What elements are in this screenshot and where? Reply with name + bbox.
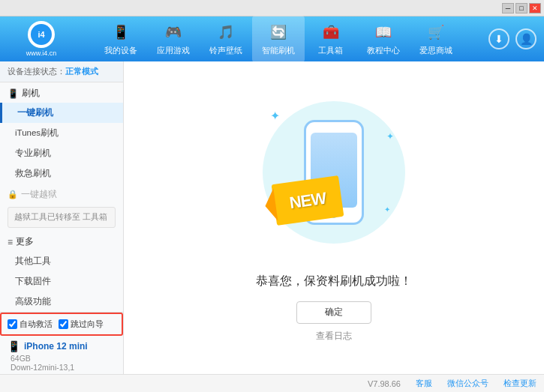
auto-rescue-label[interactable]: 自动救活 bbox=[8, 319, 53, 330]
nav-mall[interactable]: 🛒 爱思商城 bbox=[410, 16, 462, 62]
logo-area: i4 www.i4.cn bbox=[8, 21, 75, 57]
lock-icon: 🔒 bbox=[8, 190, 18, 199]
nav-apps-label: 应用游戏 bbox=[157, 45, 190, 56]
sidebar-save-flash[interactable]: 救急刷机 bbox=[0, 163, 123, 184]
title-bar: ─ □ ✕ bbox=[0, 0, 544, 16]
more-section-icon: ≡ bbox=[8, 237, 13, 247]
success-graphic: NEW ✦ ✦ ✦ bbox=[259, 94, 409, 259]
bottom-bar: V7.98.66 客服 微信公众号 检查更新 bbox=[0, 374, 544, 392]
sidebar: 设备连接状态：正常模式 📱 刷机 一键刷机 iTunes刷机 专业刷机 救急刷机… bbox=[0, 61, 124, 374]
jailbreak-info-text: 越狱工具已转移至 工具箱 bbox=[14, 212, 107, 221]
bottom-controls: V7.98.66 客服 微信公众号 检查更新 bbox=[368, 378, 536, 389]
customer-service-link[interactable]: 客服 bbox=[416, 378, 432, 389]
close-btn[interactable]: ✕ bbox=[529, 3, 541, 13]
nav-items: 📱 我的设备 🎮 应用游戏 🎵 铃声壁纸 🔄 智能刷机 🧰 工具箱 📖 教程中心… bbox=[75, 16, 481, 62]
nav-smart-flash-label: 智能刷机 bbox=[262, 45, 295, 56]
device-name: iPhone 12 mini bbox=[24, 341, 88, 352]
flash-section-label: 刷机 bbox=[22, 87, 40, 100]
device-section: 📱 iPhone 12 mini 64GB Down-12mini-13,1 bbox=[0, 336, 123, 374]
nav-toolbox[interactable]: 🧰 工具箱 bbox=[305, 16, 357, 62]
nav-my-device[interactable]: 📱 我的设备 bbox=[95, 16, 147, 62]
more-section-header: ≡ 更多 bbox=[0, 231, 123, 251]
sidebar-other-tools[interactable]: 其他工具 bbox=[0, 251, 123, 271]
confirm-button[interactable]: 确定 bbox=[296, 301, 371, 324]
nav-toolbox-label: 工具箱 bbox=[318, 45, 343, 56]
goto-log-link[interactable]: 查看日志 bbox=[316, 330, 352, 343]
nav-mall-label: 爱思商城 bbox=[419, 45, 452, 56]
sidebar-bottom: 自动救活 跳过向导 📱 iPhone 12 mini 64GB Down-12m… bbox=[0, 312, 123, 374]
sidebar-one-click-flash[interactable]: 一键刷机 bbox=[0, 103, 123, 123]
device-storage: 64GB bbox=[8, 354, 116, 363]
auto-rescue-text: 自动救活 bbox=[20, 319, 53, 330]
nav-ringtones-label: 铃声壁纸 bbox=[209, 45, 242, 56]
sidebar-itunes-flash[interactable]: iTunes刷机 bbox=[0, 123, 123, 143]
skip-wizard-checkbox[interactable] bbox=[59, 319, 68, 329]
skip-wizard-text: 跳过向导 bbox=[71, 319, 104, 330]
sidebar-advanced[interactable]: 高级功能 bbox=[0, 292, 123, 312]
maximize-btn[interactable]: □ bbox=[515, 3, 527, 13]
status-value: 正常模式 bbox=[65, 67, 98, 76]
auto-rescue-checkbox[interactable] bbox=[8, 319, 17, 329]
jailbreak-section-header: 🔒 一键越狱 bbox=[0, 184, 123, 204]
flash-section-header: 📱 刷机 bbox=[0, 82, 123, 103]
skip-wizard-label[interactable]: 跳过向导 bbox=[59, 319, 104, 330]
minimize-btn[interactable]: ─ bbox=[502, 3, 514, 13]
nav-right: ⬇ 👤 bbox=[488, 28, 536, 49]
phone-icon: 📱 bbox=[8, 340, 20, 352]
wechat-link[interactable]: 微信公众号 bbox=[447, 378, 488, 389]
device-icon-row: 📱 iPhone 12 mini bbox=[8, 340, 116, 352]
content-area: NEW ✦ ✦ ✦ 恭喜您，保资料刷机成功啦！ 确定 查看日志 bbox=[124, 61, 544, 374]
smart-flash-icon: 🔄 bbox=[268, 22, 289, 43]
check-update-link[interactable]: 检查更新 bbox=[503, 378, 536, 389]
nav-my-device-label: 我的设备 bbox=[104, 45, 137, 56]
top-nav: i4 www.i4.cn 📱 我的设备 🎮 应用游戏 🎵 铃声壁纸 🔄 智能刷机… bbox=[0, 16, 544, 61]
device-icon: 📱 bbox=[110, 22, 131, 43]
sparkle-3: ✦ bbox=[384, 205, 390, 214]
nav-tutorials[interactable]: 📖 教程中心 bbox=[357, 16, 410, 62]
toolbox-icon: 🧰 bbox=[320, 22, 341, 43]
account-btn[interactable]: 👤 bbox=[515, 28, 536, 49]
apps-icon: 🎮 bbox=[163, 22, 184, 43]
nav-smart-flash[interactable]: 🔄 智能刷机 bbox=[252, 16, 305, 62]
sidebar-pro-flash[interactable]: 专业刷机 bbox=[0, 143, 123, 163]
nav-ringtones[interactable]: 🎵 铃声壁纸 bbox=[200, 16, 252, 62]
sidebar-download-firm[interactable]: 下载固件 bbox=[0, 271, 123, 292]
jailbreak-section-label: 一键越狱 bbox=[21, 188, 57, 201]
ringtones-icon: 🎵 bbox=[215, 22, 236, 43]
status-label: 设备连接状态： bbox=[8, 67, 65, 76]
nav-apps-games[interactable]: 🎮 应用游戏 bbox=[147, 16, 200, 62]
version-info: V7.98.66 bbox=[368, 379, 401, 388]
nav-tutorials-label: 教程中心 bbox=[367, 45, 400, 56]
success-text: 恭喜您，保资料刷机成功啦！ bbox=[256, 274, 412, 289]
device-system: Down-12mini-13,1 bbox=[8, 363, 116, 372]
sparkle-2: ✦ bbox=[386, 131, 394, 142]
ribbon-text: NEW bbox=[288, 188, 326, 212]
download-btn[interactable]: ⬇ bbox=[488, 28, 509, 49]
logo-icon: i4 bbox=[31, 24, 52, 45]
logo-circle: i4 bbox=[28, 21, 55, 48]
logo-text: www.i4.cn bbox=[26, 49, 57, 57]
status-bar: 设备连接状态：正常模式 bbox=[0, 61, 123, 82]
flash-section-icon: 📱 bbox=[8, 88, 19, 99]
jailbreak-info: 越狱工具已转移至 工具箱 bbox=[8, 207, 116, 228]
tutorials-icon: 📖 bbox=[373, 22, 394, 43]
sparkle-1: ✦ bbox=[270, 109, 280, 123]
more-section-label: 更多 bbox=[16, 235, 34, 248]
main-area: 设备连接状态：正常模式 📱 刷机 一键刷机 iTunes刷机 专业刷机 救急刷机… bbox=[0, 61, 544, 374]
new-ribbon: NEW bbox=[272, 175, 344, 226]
mall-icon: 🛒 bbox=[425, 22, 446, 43]
checkbox-row: 自动救活 跳过向导 bbox=[0, 313, 123, 336]
